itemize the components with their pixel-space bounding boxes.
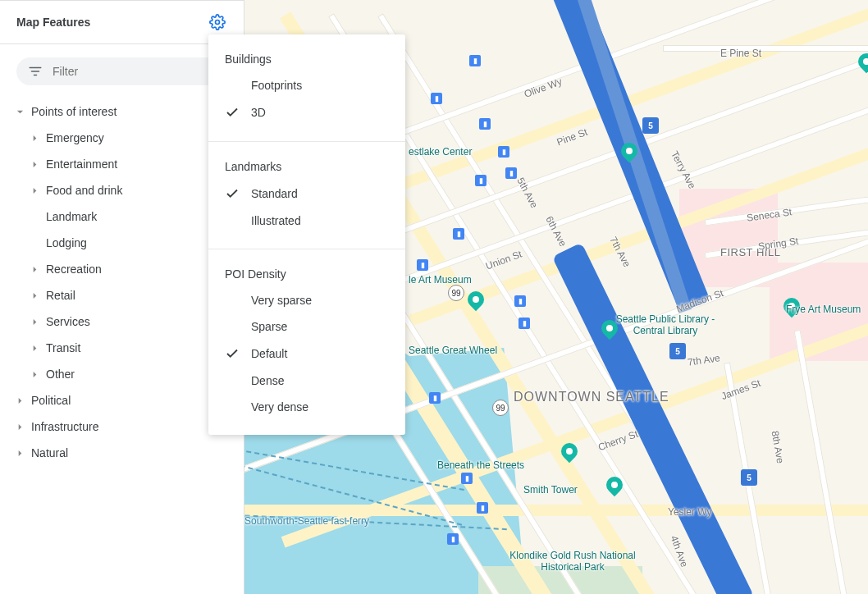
highway-shield: 5 (642, 117, 659, 134)
popup-option-illustrated[interactable]: Illustrated (208, 208, 405, 234)
transit-icon[interactable]: ▮ (429, 392, 441, 404)
transit-icon[interactable]: ▮ (447, 533, 459, 545)
chevron-right-icon (28, 135, 41, 142)
chevron-right-icon (13, 397, 26, 404)
popup-option-label: Default (251, 347, 287, 360)
poi-label: Beneath the Streets (437, 459, 524, 471)
popup-option-footprints[interactable]: Footprints (208, 72, 405, 98)
chevron-right-icon (28, 292, 41, 299)
chevron-right-icon (28, 371, 41, 378)
popup-option-label: Illustrated (251, 214, 301, 227)
transit-icon[interactable]: ▮ (519, 318, 530, 329)
sidebar-title: Map Features (16, 16, 90, 29)
popup-option-label: Sparse (251, 320, 287, 333)
filter-box[interactable] (16, 57, 227, 85)
popup-option-sparse[interactable]: Sparse (208, 313, 405, 340)
tree-item-label: Services (46, 315, 90, 328)
transit-icon[interactable]: ▮ (461, 473, 473, 484)
poi-label: estlake Center (409, 146, 472, 158)
popup-option-very-dense[interactable]: Very dense (208, 394, 405, 420)
chevron-right-icon (28, 318, 41, 326)
filter-icon (28, 64, 43, 79)
svg-point-0 (216, 21, 220, 25)
transit-icon[interactable]: ▮ (498, 146, 509, 158)
tree-item-political[interactable]: Political (13, 387, 231, 414)
popup-option-default[interactable]: Default (208, 340, 405, 368)
chevron-down-icon (13, 108, 26, 116)
transit-icon[interactable]: ▮ (453, 228, 464, 240)
tree-item-emergency[interactable]: Emergency (13, 125, 231, 151)
gear-icon (209, 14, 226, 30)
transit-icon[interactable]: ▮ (417, 259, 428, 271)
check-icon (225, 346, 241, 361)
tree-item-entertainment[interactable]: Entertainment (13, 151, 231, 177)
tree-item-food-and-drink[interactable]: Food and drink (13, 177, 231, 203)
poi-label: le Art Museum (409, 274, 472, 286)
tree-item-label: Food and drink (46, 184, 122, 197)
tree-item-label: Political (31, 394, 71, 407)
tree-item-points-of-interest[interactable]: Points of interest (13, 98, 231, 125)
tree-item-label: Other (46, 368, 75, 381)
tree-item-label: Natural (31, 446, 68, 459)
tree-item-retail[interactable]: Retail (13, 282, 231, 308)
tree-item-natural[interactable]: Natural (13, 440, 231, 466)
popup-option-label: 3D (251, 106, 266, 119)
poi-label: Smith Tower (523, 484, 578, 496)
poi-label: Frye Art Museum (786, 304, 861, 315)
highway-shield: 5 (741, 469, 757, 486)
tree-item-other[interactable]: Other (13, 361, 231, 387)
sidebar-header: Map Features (0, 0, 244, 44)
district-label: DOWNTOWN SEATTLE (514, 390, 669, 404)
chevron-right-icon (13, 450, 26, 457)
transit-icon[interactable]: ▮ (505, 167, 517, 179)
tree-item-transit[interactable]: Transit (13, 335, 231, 361)
transit-icon[interactable]: ▮ (514, 295, 526, 307)
street-label: Yesler Wy (668, 506, 711, 518)
street-label: Southworth-Seattle fast ferry (244, 515, 369, 527)
check-icon (225, 186, 241, 201)
poi-label: Seattle Public Library - Central Library (604, 313, 727, 336)
tree-item-label: Transit (46, 341, 80, 354)
popup-option-label: Very dense (251, 400, 308, 414)
highway-shield: 5 (669, 343, 686, 359)
chevron-right-icon (13, 423, 26, 431)
popup-option-standard[interactable]: Standard (208, 180, 405, 208)
poi-label: Seattle Great Wheel (409, 345, 497, 356)
popup-section: POI DensityVery sparseSparseDefaultDense… (208, 249, 405, 435)
settings-button[interactable] (204, 9, 231, 35)
tree-item-landmark[interactable]: Landmark (13, 203, 231, 230)
popup-heading: Buildings (208, 49, 405, 72)
tree-item-recreation[interactable]: Recreation (13, 256, 231, 282)
tree-item-label: Retail (46, 289, 75, 302)
popup-option-label: Very sparse (251, 294, 312, 307)
route-shield: 99 (448, 285, 464, 301)
filter-input[interactable] (53, 65, 216, 78)
chevron-right-icon (28, 266, 41, 273)
transit-icon[interactable]: ▮ (469, 55, 481, 66)
tree-item-label: Landmark (46, 210, 97, 223)
popup-option-dense[interactable]: Dense (208, 368, 405, 394)
popup-option-label: Dense (251, 374, 284, 387)
route-shield: 99 (492, 400, 509, 416)
transit-icon[interactable]: ▮ (477, 502, 488, 514)
popup-section: BuildingsFootprints3D (208, 34, 405, 142)
tree-item-lodging[interactable]: Lodging (13, 230, 231, 256)
street-label: E Pine St (720, 48, 761, 59)
popup-section: LandmarksStandardIllustrated (208, 142, 405, 249)
tree-item-infrastructure[interactable]: Infrastructure (13, 414, 231, 440)
settings-popup: BuildingsFootprints3DLandmarksStandardIl… (208, 34, 405, 435)
poi-label: Klondike Gold Rush National Historical P… (491, 550, 655, 573)
transit-icon[interactable]: ▮ (431, 93, 442, 104)
chevron-right-icon (28, 345, 41, 352)
tree-item-label: Emergency (46, 131, 104, 144)
popup-heading: POI Density (208, 264, 405, 287)
popup-option-very-sparse[interactable]: Very sparse (208, 287, 405, 313)
transit-icon[interactable]: ▮ (479, 118, 491, 130)
feature-tree: Points of interestEmergencyEntertainment… (0, 98, 244, 466)
tree-item-label: Recreation (46, 263, 102, 276)
check-icon (225, 105, 241, 120)
popup-heading: Landmarks (208, 157, 405, 180)
tree-item-services[interactable]: Services (13, 308, 231, 335)
popup-option-3d[interactable]: 3D (208, 98, 405, 126)
transit-icon[interactable]: ▮ (475, 175, 487, 186)
